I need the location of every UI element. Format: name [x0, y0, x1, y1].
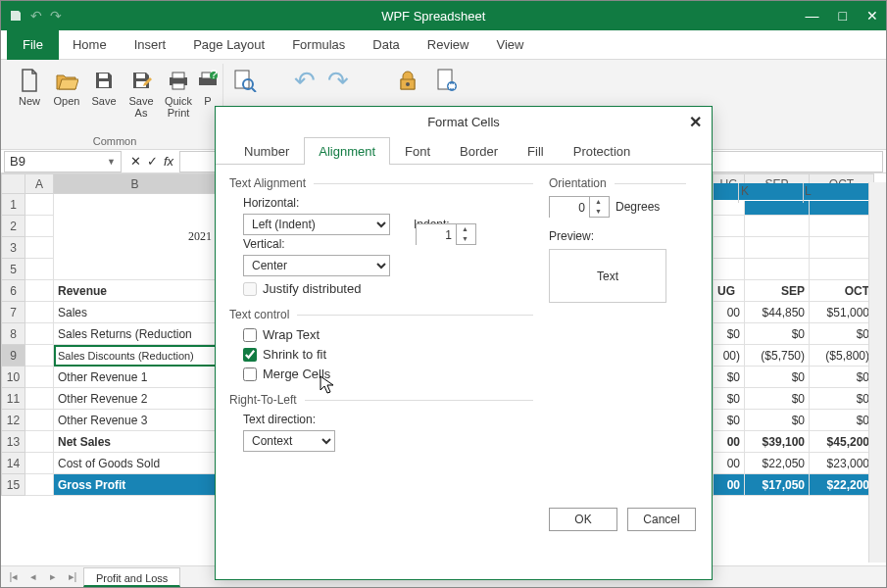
vertical-label: Vertical: — [243, 237, 285, 251]
title-bar: ↶ ↷ WPF Spreadsheet — □ ✕ — [1, 1, 886, 30]
text-direction-select[interactable]: Context — [243, 430, 335, 452]
quick-access-toolbar: ↶ ↷ — [9, 8, 62, 24]
shrink-checkbox[interactable]: Shrink to fit — [243, 347, 533, 362]
tab-review[interactable]: Review — [414, 30, 483, 60]
row-header[interactable]: 3 — [2, 237, 25, 259]
close-icon[interactable]: ✕ — [866, 8, 878, 24]
spin-down-icon[interactable]: ▼ — [590, 207, 607, 217]
enter-icon[interactable]: ✓ — [147, 154, 158, 169]
minimize-icon[interactable]: — — [806, 8, 819, 24]
redo-icon[interactable]: ↷ — [50, 8, 62, 24]
row-header[interactable]: 1 — [2, 194, 25, 216]
tab-page-layout[interactable]: Page Layout — [179, 30, 278, 60]
vertical-select[interactable]: Center — [243, 255, 390, 276]
tab-border[interactable]: Border — [445, 137, 513, 165]
tab-last-icon[interactable]: ▸| — [64, 570, 81, 583]
svg-rect-2 — [172, 83, 184, 89]
tab-alignment[interactable]: Alignment — [304, 137, 390, 165]
select-all[interactable] — [2, 174, 25, 194]
save-button[interactable]: Save — [85, 64, 123, 119]
col-header-k[interactable]: K — [741, 184, 749, 198]
tab-protection[interactable]: Protection — [559, 137, 646, 165]
cell[interactable]: Gross Profit — [54, 474, 217, 496]
row-header[interactable]: 7 — [2, 302, 25, 323]
cell[interactable]: Other Revenue 2 — [54, 388, 217, 410]
cell[interactable]: Revenue — [54, 280, 217, 302]
cell[interactable]: Net Sales — [54, 431, 217, 453]
cell[interactable]: Sales — [54, 302, 217, 323]
cell[interactable]: Cost of Goods Sold — [54, 453, 217, 474]
row-header[interactable]: 10 — [2, 367, 25, 388]
degrees-spinner[interactable]: ▲▼ — [549, 196, 610, 218]
selected-cell[interactable]: Sales Discounts (Reduction) — [54, 345, 217, 367]
merge-checkbox[interactable]: Merge Cells — [243, 367, 533, 381]
maximize-icon[interactable]: □ — [839, 8, 847, 24]
section-rtl: Right-To-Left — [229, 393, 533, 407]
row-header[interactable]: 6 — [2, 280, 25, 302]
undo-icon[interactable]: ↶ — [30, 8, 42, 24]
tab-view[interactable]: View — [482, 30, 537, 60]
saveas-button[interactable]: Save As — [123, 64, 160, 119]
vertical-scrollbar[interactable] — [868, 182, 886, 563]
row-header[interactable]: 9 — [2, 345, 25, 367]
spin-up-icon[interactable]: ▲ — [590, 197, 607, 207]
tab-fill[interactable]: Fill — [513, 137, 559, 165]
tab-formulas[interactable]: Formulas — [278, 30, 359, 60]
formula-bar-buttons: ✕ ✓ fx — [124, 154, 179, 169]
tab-data[interactable]: Data — [359, 30, 413, 60]
col-header[interactable]: A — [25, 174, 54, 194]
col-header-l[interactable]: L — [805, 184, 812, 198]
row-header[interactable]: 13 — [2, 431, 25, 453]
menu-bar: File Home Insert Page Layout Formulas Da… — [1, 30, 886, 60]
degrees-label: Degrees — [616, 200, 660, 214]
tab-insert[interactable]: Insert — [121, 30, 180, 60]
dialog-tabs: Number Alignment Font Border Fill Protec… — [216, 136, 712, 165]
row-header[interactable]: 11 — [2, 388, 25, 410]
cell[interactable]: Other Revenue 3 — [54, 410, 217, 431]
dialog-close-icon[interactable]: ✕ — [689, 113, 702, 131]
col-header[interactable]: B — [54, 174, 217, 194]
cell[interactable]: Sales Returns (Reduction — [54, 323, 217, 345]
chevron-down-icon[interactable]: ▼ — [107, 157, 116, 167]
text-direction-label: Text direction: — [243, 413, 316, 426]
spin-up-icon[interactable]: ▲ — [457, 224, 473, 234]
horizontal-select[interactable]: Left (Indent) — [243, 214, 390, 235]
row-header[interactable]: 12 — [2, 410, 25, 431]
row-header[interactable]: 14 — [2, 453, 25, 474]
tab-first-icon[interactable]: |◂ — [5, 570, 23, 583]
save-icon[interactable] — [9, 9, 23, 23]
tab-next-icon[interactable]: ▸ — [44, 570, 62, 583]
ribbon-group-label: Common — [7, 135, 222, 147]
svg-text:?: ? — [210, 70, 217, 81]
ok-button[interactable]: OK — [549, 508, 617, 531]
spin-down-icon[interactable]: ▼ — [457, 234, 473, 244]
cell[interactable]: Other Revenue 1 — [54, 367, 217, 388]
row-header[interactable]: 15 — [2, 474, 25, 496]
tab-home[interactable]: Home — [59, 30, 121, 60]
cancel-button[interactable]: Cancel — [627, 508, 696, 531]
tab-prev-icon[interactable]: ◂ — [25, 570, 42, 583]
name-box[interactable]: B9▼ — [4, 151, 122, 172]
tab-file[interactable]: File — [7, 30, 59, 60]
open-button[interactable]: Open — [48, 64, 85, 119]
section-text-alignment: Text Alignment — [229, 176, 533, 190]
new-button[interactable]: New — [11, 64, 48, 119]
svg-point-10 — [406, 82, 410, 86]
cancel-icon[interactable]: ✕ — [130, 154, 141, 169]
row-header[interactable]: 2 — [2, 216, 25, 237]
year-cell[interactable]: 2021 — [54, 194, 217, 280]
indent-spinner[interactable]: ▲▼ — [416, 223, 476, 245]
tab-number[interactable]: Number — [229, 137, 304, 165]
section-text-control: Text control — [229, 308, 533, 321]
tab-font[interactable]: Font — [390, 137, 445, 165]
format-cells-dialog: Format Cells✕ Number Alignment Font Bord… — [215, 106, 713, 580]
window-controls: — □ ✕ — [806, 8, 878, 24]
sheet-tab[interactable]: Profit and Loss — [83, 567, 180, 587]
fx-icon[interactable]: fx — [164, 154, 173, 169]
quickprint-button[interactable]: Quick Print — [160, 64, 197, 119]
preview-label: Preview: — [549, 229, 666, 243]
svg-rect-1 — [172, 73, 184, 78]
wrap-checkbox[interactable]: Wrap Text — [243, 327, 533, 342]
row-header[interactable]: 8 — [2, 323, 25, 345]
row-header[interactable]: 5 — [2, 259, 25, 280]
